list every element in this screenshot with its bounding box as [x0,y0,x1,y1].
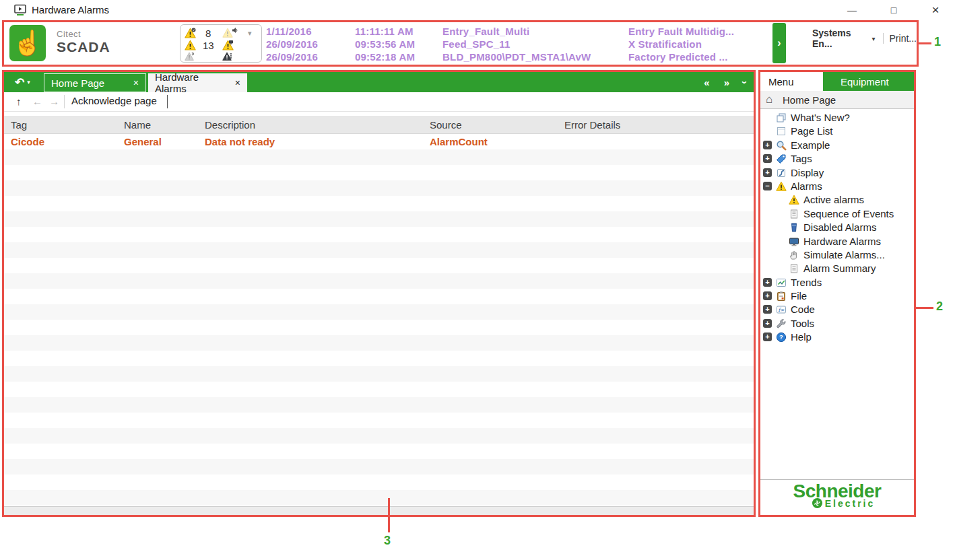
tree-item-hardware-alarms[interactable]: Hardware Alarms [760,235,914,248]
systems-engineer-menu[interactable]: Systems En... [812,28,868,49]
nav-back-icon[interactable]: ← [32,96,42,107]
expander-icon[interactable]: + [763,305,772,314]
monitor-icon [789,236,799,247]
tree-item-tags[interactable]: + Tags [760,152,914,166]
brand-name: SCADA [57,39,110,55]
tree-item-simulate-alarms[interactable]: Simulate Alarms... [760,248,914,262]
tree-item-active-alarms[interactable]: Active alarms [760,193,914,207]
column-header-description[interactable]: Description [205,119,255,131]
alarm-table-header: Tag Name Description Source Error Detail… [4,116,754,134]
column-header-error-details[interactable]: Error Details [564,119,620,131]
back-history-button[interactable]: ↶ ▾ [4,72,41,92]
tree-item-file[interactable]: + File [760,289,914,303]
close-icon[interactable]: × [128,77,139,88]
tab-label: Equipment [841,76,889,88]
tree-item-label: Example [791,139,830,151]
close-icon[interactable]: × [230,77,240,88]
tree-item-example[interactable]: + Example [760,139,914,152]
tree-item-tools[interactable]: + Tools [760,317,914,330]
tree-item-label: Hardware Alarms [803,236,881,247]
chart-icon [776,277,787,288]
tab-home-page[interactable]: Home Page × [44,73,146,92]
warning-acked-icon [185,28,196,39]
window-title: Hardware Alarms [32,4,109,15]
tree-item-alarm-summary[interactable]: Alarm Summary [760,262,914,275]
alarm-description: Factory Predicted ... [628,50,772,63]
tab-hardware-alarms[interactable]: Hardware Alarms × [148,73,247,92]
cell-tag: Cicode [11,136,44,147]
alarm-row: 1/11/2016 11:11:11 AM Entry_Fault_Multi … [266,25,772,38]
tree-item-whats-new[interactable]: What's New? [760,111,914,125]
tab-equipment[interactable]: Equipment [823,72,914,91]
expander-icon[interactable]: + [763,278,772,287]
sidebar-tab-bar: Menu Equipment [760,72,914,91]
expander-icon[interactable]: + [763,168,772,177]
alarm-tag: BLD_PM800\PDT_MSTA1\AvW [442,50,628,63]
expander-icon[interactable]: + [763,141,772,149]
alarm-description: X Stratification [628,38,772,50]
tree-item-disabled-alarms[interactable]: Disabled Alarms [760,221,914,234]
alarm-date: 26/09/2016 [266,50,355,63]
document-icon [789,209,799,219]
column-header-tag[interactable]: Tag [11,119,27,131]
alarm-counter-panel[interactable]: 8 ▾ 13 [180,24,262,63]
chevron-down-icon[interactable]: › [739,81,751,84]
tree-item-alarms[interactable]: − Alarms [760,180,914,193]
menu-tree: What's New? Page List + Example + Tags +… [760,111,914,345]
scroll-tabs-left-icon[interactable]: « [704,77,709,88]
tree-item-label: What's New? [791,112,850,123]
alarm-tag: Feed_SPC_11 [442,38,628,50]
counter-dropdown-caret[interactable]: ▾ [248,29,252,38]
svg-text:f∞: f∞ [778,307,785,313]
divider [883,33,884,44]
page-tab-bar: ↶ ▾ Home Page × Hardware Alarms × « » › [4,72,754,92]
tree-item-label: Trends [791,277,822,288]
tree-item-label: Help [791,331,812,343]
acknowledge-page-link[interactable]: Acknowledge page [71,95,157,106]
tree-item-sequence-of-events[interactable]: Sequence of Events [760,207,914,221]
annotation-label-2: 2 [936,300,943,314]
text-cursor [167,95,168,108]
nav-forward-icon[interactable]: → [49,96,59,107]
home-icon: ⌂ [766,93,772,106]
maximize-button[interactable]: □ [888,5,900,15]
column-header-name[interactable]: Name [124,119,151,131]
expand-alarm-list-button[interactable]: › [772,23,786,63]
app-icon [14,4,26,16]
unacked-count: 13 [203,40,214,51]
expander-icon[interactable]: + [763,154,772,163]
alarm-date: 1/11/2016 [266,25,355,38]
chevron-down-icon[interactable]: ▾ [872,35,876,42]
tree-item-display[interactable]: + Display [760,166,914,180]
nav-up-icon[interactable]: ↑ [16,96,22,107]
minimize-button[interactable]: — [846,5,858,15]
tree-item-page-list[interactable]: Page List [760,125,914,138]
alarm-time: 11:11:11 AM [355,25,442,38]
sidebar-item-home-page[interactable]: ⌂ Home Page [760,91,914,109]
application-window: Hardware Alarms — □ × ☝ Citect SCADA 8 ▾… [0,0,955,560]
logo-subtext: Electric [825,498,876,509]
expander-icon[interactable]: + [763,319,772,328]
warning-hardware-icon [222,40,234,51]
expander-icon[interactable]: + [763,332,772,341]
column-header-source[interactable]: Source [430,119,462,131]
recent-alarm-list[interactable]: 1/11/2016 11:11:11 AM Entry_Fault_Multi … [266,25,772,63]
tree-item-label: Display [791,167,824,178]
function-icon: f∞ [776,304,787,315]
brand-text: Citect SCADA [57,29,110,55]
scroll-tabs-right-icon[interactable]: » [724,77,729,88]
print-button[interactable]: Print... [890,33,917,44]
expander-icon[interactable]: − [763,182,772,190]
table-row[interactable]: Cicode General Data not ready AlarmCount [4,134,754,149]
tree-item-help[interactable]: + ? Help [760,330,914,344]
warning-summary-icon [222,52,232,61]
close-button[interactable]: × [929,5,942,15]
alarm-date: 26/09/2016 [266,38,355,50]
tab-menu[interactable]: Menu [760,72,823,91]
tree-item-code[interactable]: + f∞ Code [760,303,914,316]
expander-icon[interactable]: + [763,291,772,300]
tree-item-trends[interactable]: + Trends [760,276,914,289]
warning-icon [776,181,787,192]
hand-eye-icon: ☝ [13,31,43,55]
tree-item-label: Page List [791,125,833,137]
